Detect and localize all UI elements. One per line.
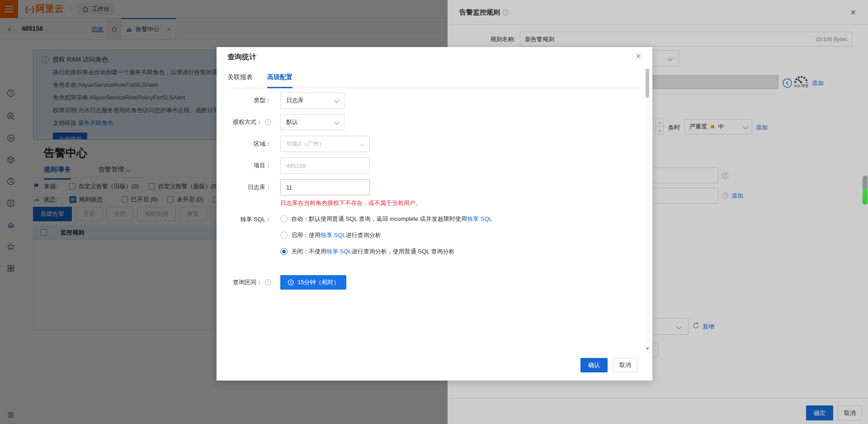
type-row: 类型： 日志库 — [217, 92, 642, 109]
scrollbar-down-arrow[interactable] — [646, 348, 649, 350]
logstore-error-message: 日志库在当前角色授权下不存在，或不属于当前用户。 — [280, 199, 642, 207]
radio-enable-text-post: 进行查询分析 — [346, 231, 381, 239]
region-value: 华南3（广州） — [286, 140, 325, 148]
modal-scrollbar[interactable] — [645, 67, 650, 352]
radio-selected-icon[interactable] — [280, 248, 288, 255]
type-select[interactable]: 日志库 — [280, 92, 344, 109]
dedicated-sql-link[interactable]: 独享 SQL — [321, 231, 346, 239]
project-label: 项目： — [217, 162, 271, 170]
dedicated-sql-row: 独享 SQL： 自动：默认使用普通 SQL 查询，返回 incomplete 或… — [217, 214, 642, 262]
radio-enable-text: 启用：使用 — [291, 231, 321, 239]
auth-mode-select[interactable]: 默认 — [280, 114, 344, 130]
modal-footer: 确认 取消 — [580, 358, 637, 372]
auth-mode-value: 默认 — [286, 118, 298, 126]
chevron-down-icon — [334, 98, 339, 103]
modal-cancel-button[interactable]: 取消 — [613, 358, 637, 372]
project-value: 485158 — [286, 162, 306, 169]
auth-mode-label: 授权方式：? — [217, 118, 271, 126]
modal-title: 查询统计 — [227, 52, 256, 62]
radio-option-enable[interactable]: 启用：使用 独享 SQL 进行查询分析 — [280, 230, 492, 241]
logstore-row: 日志库： 11 — [217, 179, 642, 195]
query-stat-modal: 查询统计 ✕ 关联报表 高级配置 类型： 日志库 授权方式：? 默认 区域： 华… — [217, 47, 652, 381]
region-row: 区域： 华南3（广州） — [217, 136, 642, 152]
radio-auto-text: 自动：默认使用普通 SQL 查询，返回 incomplete 或并发超限时使用 — [291, 215, 467, 223]
radio-icon[interactable] — [280, 215, 288, 223]
screen: (-)阿里云 工作台 ‹ 485158 切换 告警中心 ✕ — [0, 0, 868, 424]
logstore-input[interactable]: 11 — [280, 179, 370, 195]
radio-disable-text: 关闭：不使用 — [291, 248, 326, 256]
auth-mode-label-text: 授权方式： — [233, 118, 262, 126]
modal-confirm-button[interactable]: 确认 — [580, 358, 608, 372]
type-label: 类型： — [217, 96, 271, 105]
time-range-value: 15分钟（相对） — [297, 278, 339, 286]
query-range-label: 查询区间：? — [217, 278, 271, 286]
radio-disable-text-post: 进行查询分析，使用普通 SQL 查询分析 — [352, 248, 455, 256]
region-label: 区域： — [217, 140, 271, 148]
query-range-row: 查询区间：? 15分钟（相对） — [217, 275, 642, 290]
radio-option-disable-selected[interactable]: 关闭：不使用 独享 SQL 进行查询分析，使用普通 SQL 查询分析 — [280, 246, 492, 257]
query-range-label-text: 查询区间： — [233, 278, 262, 286]
dedicated-sql-options: 自动：默认使用普通 SQL 查询，返回 incomplete 或并发超限时使用 … — [280, 214, 492, 262]
modal-form: 类型： 日志库 授权方式：? 默认 区域： 华南3（广州） 项目： 485158… — [217, 92, 642, 295]
modal-tabs: 关联报表 高级配置 — [227, 73, 642, 88]
tab-related-report[interactable]: 关联报表 — [227, 73, 253, 88]
auth-mode-row: 授权方式：? 默认 — [217, 114, 642, 130]
help-icon[interactable]: ? — [265, 119, 271, 125]
clock-icon — [288, 279, 294, 286]
page-scroll-indicator[interactable] — [863, 176, 868, 205]
type-value: 日志库 — [286, 96, 304, 105]
scrollbar-thumb[interactable] — [646, 69, 649, 98]
modal-close-icon[interactable]: ✕ — [635, 52, 642, 61]
dedicated-sql-label: 独享 SQL： — [217, 215, 271, 224]
dedicated-sql-link[interactable]: 独享 SQL — [467, 215, 492, 223]
logstore-value: 11 — [286, 184, 292, 191]
project-row: 项目： 485158 — [217, 157, 642, 174]
region-select-disabled: 华南3（广州） — [280, 136, 370, 152]
project-input-disabled: 485158 — [280, 157, 370, 174]
chevron-down-icon — [334, 119, 339, 124]
radio-icon[interactable] — [280, 232, 288, 239]
radio-option-auto[interactable]: 自动：默认使用普通 SQL 查询，返回 incomplete 或并发超限时使用 … — [280, 214, 492, 224]
logstore-label: 日志库： — [217, 183, 271, 191]
chevron-down-icon — [359, 141, 364, 146]
tab-advanced-config[interactable]: 高级配置 — [267, 73, 292, 88]
time-range-button[interactable]: 15分钟（相对） — [280, 275, 346, 290]
help-icon[interactable]: ? — [265, 279, 271, 286]
dedicated-sql-link[interactable]: 独享 SQL — [326, 248, 352, 256]
